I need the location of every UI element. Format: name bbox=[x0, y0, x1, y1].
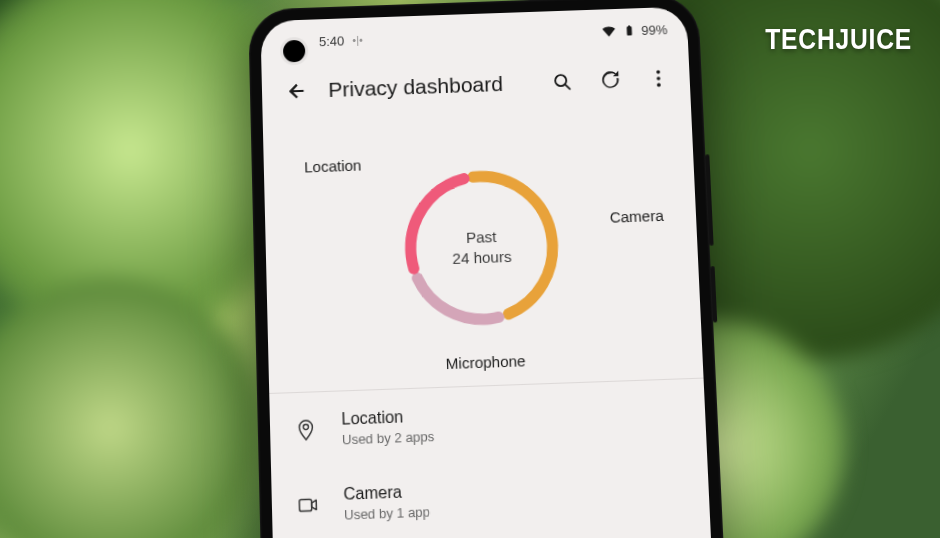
svg-rect-3 bbox=[628, 25, 630, 26]
refresh-button[interactable] bbox=[593, 63, 629, 98]
row-subtitle: Used by 2 apps bbox=[342, 429, 435, 448]
battery-icon bbox=[623, 22, 636, 39]
row-title: Camera bbox=[343, 482, 430, 504]
refresh-icon bbox=[599, 69, 622, 92]
phone-frame: 5:40 •|• 99% Privacy das bbox=[248, 0, 737, 538]
overflow-menu-button[interactable] bbox=[641, 61, 677, 96]
svg-point-8 bbox=[657, 83, 661, 87]
chart-label-camera: Camera bbox=[609, 207, 664, 226]
donut-center-label: Past 24 hours bbox=[393, 158, 571, 337]
status-time: 5:40 bbox=[319, 33, 345, 49]
watermark-text: TECHJUICE bbox=[765, 22, 912, 56]
donut-center-line1: Past bbox=[466, 226, 497, 248]
donut-center-line2: 24 hours bbox=[452, 247, 512, 270]
row-title: Location bbox=[341, 407, 434, 429]
notification-indicator-icon: •|• bbox=[352, 34, 363, 46]
battery-percentage: 99% bbox=[641, 22, 668, 38]
wifi-icon bbox=[600, 22, 618, 40]
back-button[interactable] bbox=[280, 73, 315, 108]
chart-label-location: Location bbox=[304, 156, 362, 175]
location-pin-icon bbox=[294, 418, 317, 442]
svg-rect-9 bbox=[299, 499, 312, 511]
more-vert-icon bbox=[647, 67, 670, 90]
camera-icon bbox=[296, 493, 319, 517]
svg-line-5 bbox=[565, 85, 570, 90]
usage-donut-chart: Location Camera Microphone Past 24 hours bbox=[263, 109, 704, 389]
chart-label-microphone: Microphone bbox=[445, 352, 525, 372]
arrow-left-icon bbox=[286, 80, 309, 103]
svg-point-6 bbox=[656, 70, 660, 74]
row-subtitle: Used by 1 app bbox=[344, 504, 431, 523]
phone-screen: 5:40 •|• 99% Privacy das bbox=[260, 7, 723, 538]
search-button[interactable] bbox=[544, 64, 579, 99]
search-icon bbox=[551, 70, 574, 93]
permission-row-camera[interactable]: Camera Used by 1 app bbox=[271, 453, 710, 538]
svg-point-7 bbox=[657, 77, 661, 81]
svg-rect-2 bbox=[627, 26, 632, 35]
page-title: Privacy dashboard bbox=[328, 71, 532, 102]
